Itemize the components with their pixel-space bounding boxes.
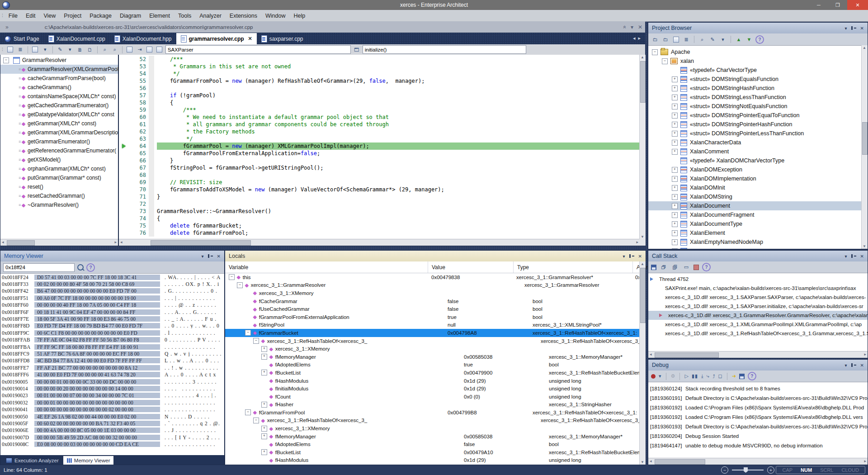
expander-icon[interactable]: + <box>261 346 267 352</box>
zoom-out-icon[interactable]: − <box>721 466 728 474</box>
breakpoint-margin[interactable] <box>119 70 129 77</box>
properties-icon[interactable] <box>31 46 39 53</box>
locals-row[interactable]: −◆fGrammarBucket0x004798A8xercesc_3_1::R… <box>225 329 646 337</box>
locals-row[interactable]: −◆this0x00479838xercesc_3_1::GrammarReso… <box>225 273 646 281</box>
project-browser-item[interactable]: +XalanDOMString <box>648 192 868 201</box>
project-browser-item[interactable]: −«typedef» XalanDOMCharVectorType <box>648 156 868 165</box>
column-header[interactable]: Value <box>428 261 514 273</box>
project-browser-item[interactable]: +«struct» DOMStringPointerEqualToFunctio… <box>648 111 868 120</box>
code-line[interactable]: 52 /*** <box>119 56 646 63</box>
menu-item-analyzer[interactable]: Analyzer <box>195 13 226 19</box>
editor-vscrollbar[interactable]: ▲ ▼ <box>639 55 646 239</box>
profiler-icon[interactable] <box>146 46 154 53</box>
breakpoint-margin[interactable] <box>119 157 129 164</box>
debug-log-row[interactable]: [1819360192]Loaded C:\Program Files (x86… <box>648 403 868 412</box>
call-stack-hscrollbar[interactable]: ◂ ▸ <box>648 351 868 358</box>
find-in-browser-icon[interactable]: ⌕ <box>698 36 706 43</box>
project-browser-item[interactable]: +XalanEntity <box>648 247 868 249</box>
save-output-icon[interactable] <box>739 374 745 379</box>
project-browser-item[interactable]: +XalanComment <box>648 147 868 156</box>
project-browser-item[interactable]: +XalanDOMImplementation <box>648 174 868 183</box>
method-tree-item[interactable]: ≡◆getXSModel() <box>0 155 118 164</box>
method-tree-item[interactable]: ≡◆reset() <box>0 182 118 191</box>
locals-row[interactable]: −◆fStringPoolnullxercesc_3_1::XMLStringP… <box>225 321 646 329</box>
breakpoint-margin[interactable] <box>119 77 129 85</box>
project-browser-item[interactable]: +«struct» DOMStringLessThanFunction <box>648 93 868 102</box>
code-editor[interactable]: 52 /***53 * Grammars in this set are not… <box>118 55 646 246</box>
breakpoint-margin[interactable] <box>119 142 129 150</box>
project-browser-item[interactable]: +«struct» DOMStringPointerHashFunction <box>648 120 868 129</box>
dropdown-icon[interactable]: ▾ <box>631 24 633 30</box>
maximize-button[interactable]: ❐ <box>828 0 847 10</box>
expander-icon[interactable]: + <box>672 149 678 155</box>
debug-log-row[interactable]: [1819360192]Loaded C:\Program Files (x86… <box>648 412 868 422</box>
debug-run-icon[interactable] <box>651 374 656 379</box>
expander-icon[interactable]: + <box>261 449 267 455</box>
zoom-slider[interactable] <box>732 470 764 470</box>
method-tree-item[interactable]: ≡◆orphanGrammar(XMLCh* const) <box>0 164 118 173</box>
menu-item-tools[interactable]: Tools <box>174 13 195 19</box>
expander-icon[interactable]: + <box>261 433 267 439</box>
call-stack-frame[interactable]: xerces-c_3_1D.dll! xercesc_3_1.SAXParser… <box>648 293 868 302</box>
locals-row[interactable]: −◆fGrammarPoolFromExternalApplicationtru… <box>225 313 646 321</box>
expander-icon[interactable]: + <box>672 221 678 227</box>
memory-row[interactable]: 0x0018FF6000 00 00 00 40 FF 18 00 7A 05 … <box>0 302 224 309</box>
menu-item-help[interactable]: Help <box>289 13 309 19</box>
method-tree-item[interactable]: ≡◆GrammarResolver(XMLGrammarPool* <box>0 65 118 74</box>
debug-hscrollbar[interactable]: ◂ ▸ <box>648 458 868 465</box>
find-icon[interactable]: ⌕ <box>101 46 109 53</box>
menu-item-file[interactable]: File <box>5 13 22 19</box>
project-browser-item[interactable]: +«struct» DOMStringNotEqualsFunction <box>648 102 868 111</box>
breadcrumb-expand-icon[interactable]: » <box>5 24 9 30</box>
memory-row[interactable]: 0x0019004100 00 00 00 00 00 00 00 00 00 … <box>0 406 224 413</box>
expander-icon[interactable]: + <box>672 248 678 249</box>
locals-row[interactable]: +◆fMemoryManager0x00585038xercesc_3_1::M… <box>225 432 646 441</box>
locals-row[interactable]: −◆fHashModulus0x1d (29)unsigned long0x00… <box>225 377 646 385</box>
project-browser-item[interactable]: −xalan <box>648 57 868 66</box>
debug-log-row[interactable]: [1819360204]Debug Session Started <box>648 431 868 441</box>
menu-item-edit[interactable]: Edit <box>22 13 40 19</box>
breakpoint-margin[interactable] <box>119 186 129 193</box>
memory-row[interactable]: 0x0019006E00 00 4A 00 00 00 8C 05 00 00 … <box>0 427 224 434</box>
new-package-icon[interactable]: 🗀 <box>661 36 670 43</box>
move-down-icon[interactable]: ▼ <box>745 36 753 43</box>
memory-row[interactable]: 0x0019005F00 60 02 00 00 00 00 00 00 BA … <box>0 420 224 427</box>
close-file-icon[interactable]: ✕ <box>638 24 642 30</box>
project-browser-vscrollbar[interactable]: ▲ ▼ <box>861 45 868 249</box>
project-browser-item[interactable]: +XalanDocument <box>648 201 868 210</box>
code-line[interactable]: 56 <box>119 85 646 92</box>
import-file-icon[interactable]: 🗎 <box>76 46 84 53</box>
method-tree-item[interactable]: ≡◆cacheGrammarFromParse(bool) <box>0 74 118 83</box>
code-line[interactable]: 66 } <box>119 157 646 164</box>
code-line[interactable]: 64 fGrammarPool = new (manager) XMLGramm… <box>119 142 646 150</box>
pin-icon[interactable] <box>629 254 634 258</box>
project-browser-item[interactable]: +«struct» DOMStringEqualsFunction <box>648 75 868 84</box>
breakpoint-margin[interactable] <box>119 200 129 208</box>
memory-row[interactable]: 0x0018FFAB7F FF AE 0C 04 02 F8 FF FF 50 … <box>0 337 224 343</box>
bottom-tab-execution-analyzer[interactable]: Execution Analyzer <box>2 456 62 465</box>
memory-row[interactable]: 0x0019003200 00 01 00 00 00 00 00 00 00 … <box>0 399 224 406</box>
panel-menu-icon[interactable]: ▾ <box>202 254 204 259</box>
tab-xalandocument-hpp[interactable]: XalanDocument.hpp <box>110 33 176 44</box>
minimize-button[interactable]: ─ <box>809 0 828 10</box>
method-tree-item[interactable]: ≡◆cacheGrammars() <box>0 83 118 92</box>
breakpoint-margin[interactable] <box>119 106 129 114</box>
menu-item-diagram[interactable]: Diagram <box>116 13 145 19</box>
method-tree-item[interactable]: ≡◆containsNameSpace(XMLCh* const) <box>0 92 118 101</box>
call-stack-frame[interactable]: SAXPrint.exe! main, c:\apache\xalan-buil… <box>648 284 868 293</box>
memory-row[interactable]: 0x0018FF8DE0 FD 7F D4 FF 18 00 79 BD B4 … <box>0 323 224 329</box>
collapse-icon[interactable]: ▭ <box>682 264 690 271</box>
project-browser-item[interactable]: +XalanDOMInit <box>648 183 868 192</box>
locals-row[interactable]: +◆xercesc_3_1::XMemory0x004799b8 <box>225 424 646 432</box>
stack-frames-icon[interactable]: 🗇 <box>660 264 668 271</box>
expander-icon[interactable]: + <box>672 76 678 82</box>
expander-icon[interactable]: + <box>672 203 678 209</box>
expander-icon[interactable]: + <box>672 140 678 146</box>
memory-row[interactable]: 0x0019002300 01 00 00 00 07 00 00 00 34 … <box>0 392 224 399</box>
code-line[interactable]: 76 delete fGrammarFromPool; <box>119 229 646 237</box>
project-browser-item[interactable]: +XalanDocumentType <box>648 219 868 228</box>
code-line[interactable]: 68 <box>119 171 646 179</box>
method-tree-item[interactable]: ≡◆getGrammar(XMLCh* const) <box>0 119 118 128</box>
project-browser-item[interactable]: +XalanEmptyNamedNodeMap <box>648 238 868 247</box>
locals-row[interactable]: −◆xercesc_3_1::RefHashTableOf<xercesc_3_… <box>225 417 646 425</box>
